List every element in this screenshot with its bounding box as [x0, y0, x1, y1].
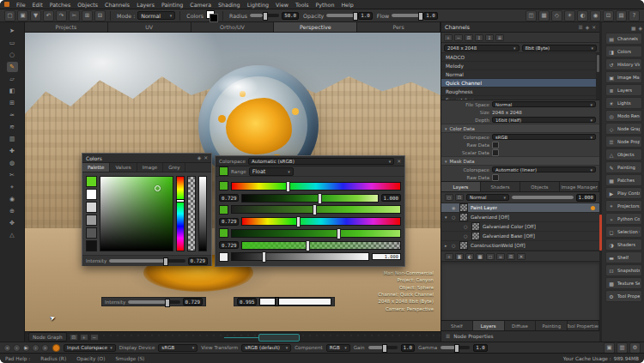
dock-bottom-tab[interactable]: Painting: [536, 321, 568, 330]
intensity-float-slider[interactable]: [128, 300, 179, 304]
layer-row-galvanized-color[interactable]: ○ Galvanized Color [Off]: [441, 222, 599, 232]
export-channel-icon[interactable]: ↥: [475, 34, 483, 41]
layer-opacity-value[interactable]: 1.000: [576, 194, 596, 202]
marquee-select-tool-icon[interactable]: ▭: [7, 38, 18, 48]
colormap-header[interactable]: Colorspace Automatic (sRGB) ✕: [216, 156, 404, 166]
palette-button-shaders[interactable]: ◑ Shaders: [605, 239, 642, 251]
layers-panel-tab[interactable]: Layers: [441, 182, 481, 191]
channel-row[interactable]: Eyecatcher: [441, 96, 599, 100]
symmetry-icon[interactable]: ◫: [526, 10, 537, 21]
dock-palettes-icon[interactable]: ▦: [631, 26, 635, 31]
layer-visibility-icon[interactable]: ◉: [452, 205, 457, 210]
background-color-swatch[interactable]: [210, 14, 218, 22]
picker-cursor[interactable]: [155, 185, 161, 191]
layers-panel-tab[interactable]: Shaders: [481, 182, 520, 191]
gradient-tool-icon[interactable]: ▥: [7, 134, 18, 144]
menu-item[interactable]: Patches: [50, 2, 70, 8]
menu-item[interactable]: Edit: [33, 2, 43, 8]
color-swatch-icon[interactable]: ▣: [604, 342, 615, 354]
palette-button-node-graph[interactable]: ◇ Node Graph: [605, 123, 642, 135]
palette-button-lights[interactable]: ☀ Lights: [605, 97, 642, 109]
menu-item[interactable]: Lighting: [247, 2, 269, 8]
transform-paint-tool-icon[interactable]: ⌖: [7, 182, 18, 192]
green-channel-value[interactable]: 0.729: [219, 218, 239, 226]
gamma-value[interactable]: 1.0: [473, 344, 487, 352]
blue-channel-value[interactable]: 0.729: [219, 241, 239, 249]
swatch-white[interactable]: [86, 189, 97, 200]
palette-button-snapshots[interactable]: ⊡ Snapshots: [605, 264, 642, 276]
colors-palette-tab[interactable]: Values: [110, 163, 137, 172]
channel-row[interactable]: Quick Channel: [441, 79, 599, 88]
menu-item[interactable]: Painting: [161, 2, 183, 8]
color-data-section[interactable]: Color Data: [441, 124, 599, 133]
palette-button-painting[interactable]: ✎ Painting: [605, 161, 642, 173]
flow-value[interactable]: 1.0: [423, 12, 437, 20]
redo-icon[interactable]: ↷: [56, 10, 67, 21]
channel-layers-icon[interactable]: ≣: [495, 34, 504, 41]
dock-bottom-tab[interactable]: Shelf: [441, 321, 473, 330]
scalar-data-checkbox[interactable]: [492, 149, 499, 156]
colors-palette-tab[interactable]: Palette: [82, 163, 110, 172]
add-group-icon[interactable]: ▣: [455, 253, 464, 260]
palette-button-play-controls[interactable]: ▶ Play Controls: [605, 187, 642, 199]
intensity-slider[interactable]: [109, 259, 185, 263]
mask-colorspace-dropdown[interactable]: Automatic (linear): [492, 166, 596, 173]
palette-button-node-properties[interactable]: ☰ Node Properties: [605, 136, 642, 148]
blend-mode-dropdown[interactable]: Normal: [466, 194, 509, 201]
palette-button-image-manager[interactable]: ▣ Image Manager: [605, 71, 642, 83]
blur-tool-icon[interactable]: ≈: [7, 110, 18, 120]
grid-icon[interactable]: ▦: [538, 10, 550, 21]
menu-item[interactable]: Shading: [218, 2, 240, 8]
intensity-float-value[interactable]: 0.729: [183, 298, 203, 306]
layer-cache-icon[interactable]: ⊡: [455, 194, 464, 201]
red-channel-value[interactable]: 0.729: [219, 194, 239, 202]
green-channel-gradient-bar[interactable]: [231, 205, 401, 214]
add-adjustment-layer-icon[interactable]: ◐: [465, 253, 474, 260]
viewport-tab[interactable]: UV: [108, 22, 191, 32]
palette-button-history-view[interactable]: ↺ History View: [605, 58, 642, 70]
screen-layout-icon[interactable]: ▤: [616, 10, 627, 21]
mask-raw-data-checkbox[interactable]: [492, 174, 499, 181]
menu-item[interactable]: Help: [341, 2, 353, 8]
swatch-light-grey[interactable]: [86, 202, 97, 213]
layer-row-constructionweld[interactable]: ▸ ○ ConstructionWeld [Off]: [441, 241, 599, 251]
opacity-value[interactable]: 1.0: [358, 12, 372, 20]
menu-item[interactable]: Layers: [137, 2, 155, 8]
palette-button-channels[interactable]: ▤ Channels: [605, 33, 642, 45]
palettes-scrollbar[interactable]: [599, 22, 602, 342]
value-gradient-slider[interactable]: [259, 298, 331, 306]
add-layer-icon[interactable]: +: [445, 253, 453, 260]
layer-row-galvanized-base[interactable]: ○ Galvanized Base [Off]: [441, 232, 599, 241]
alpha-slider[interactable]: [187, 176, 196, 251]
menu-item[interactable]: Tools: [295, 2, 309, 8]
merge-layers-icon[interactable]: ≡: [496, 253, 505, 260]
spectrum-gradient-bar[interactable]: [231, 182, 401, 191]
palette-button-tool-properties[interactable]: ⚙ Tool Properties: [605, 290, 642, 302]
colors-palette-header[interactable]: Colors ◈ ✕: [82, 154, 211, 163]
colorspace-node[interactable]: [258, 334, 300, 342]
duplicate-channel-icon[interactable]: ⊞: [465, 34, 473, 41]
lock-layer-icon[interactable]: ◻: [445, 194, 453, 201]
gain-slider[interactable]: [368, 346, 398, 349]
luminance-gradient-bar[interactable]: [231, 252, 369, 261]
save-project-icon[interactable]: ▼: [30, 10, 41, 21]
open-project-icon[interactable]: ▣: [17, 10, 28, 21]
viewport-tab[interactable]: Pers: [357, 22, 440, 32]
slice-tool-icon[interactable]: ✂: [7, 170, 18, 180]
remove-layer-icon[interactable]: ✕: [517, 253, 526, 260]
palette-button-projectors[interactable]: ⌖ Projectors: [605, 200, 642, 212]
colorspace-dropdown[interactable]: sRGB: [492, 134, 596, 141]
layer-visibility-icon[interactable]: ○: [452, 215, 457, 220]
channel-row[interactable]: Melody: [441, 62, 599, 70]
lighting-icon[interactable]: ☀: [564, 10, 575, 21]
viewport-tab[interactable]: Projects: [25, 22, 108, 32]
mask-data-section[interactable]: Mask Data: [441, 156, 599, 166]
layer-expand-icon[interactable]: ▸: [445, 243, 449, 248]
vector-paint-tool-icon[interactable]: ✚: [7, 146, 18, 156]
eraser-tool-icon[interactable]: ▱: [7, 74, 18, 84]
play-icon[interactable]: ▶: [22, 344, 30, 352]
close-palette-icon[interactable]: ✕: [592, 25, 596, 30]
paint-bucket-tool-icon[interactable]: ◧: [7, 86, 18, 96]
help-icon[interactable]: ?: [629, 10, 640, 21]
measure-tool-icon[interactable]: △: [7, 230, 18, 240]
